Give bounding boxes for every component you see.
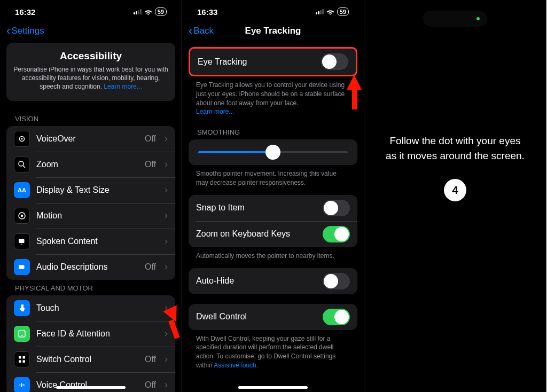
cell-value: Off [145,134,156,144]
accessibility-intro-card: Accessibility Personalise iPhone in ways… [6,43,175,101]
svg-rect-18 [25,385,26,386]
status-bar: 16:32 59 [0,0,182,21]
display-text-size-cell[interactable]: AA Display & Text Size › [6,177,175,203]
cell-label: Face ID & Attention [36,329,158,339]
cell-label: Dwell Control [196,312,316,322]
cell-value: Off [145,355,156,364]
cell-value: Off [145,262,156,272]
nav-bar: ‹ Settings [0,21,182,43]
chevron-right-icon: › [165,159,168,170]
cellular-icon [316,9,324,14]
audio-descriptions-icon [14,259,30,275]
svg-rect-13 [19,360,21,363]
eye-tracking-settings-screen: 16:33 59 ‹ Back Eye Tracking Eye Trackin… [182,0,364,392]
chevron-right-icon: › [165,354,168,365]
cell-label: Snap to Item [196,203,316,213]
chevron-left-icon: ‹ [6,25,10,37]
zoom-keys-toggle[interactable] [323,226,350,242]
status-time: 16:32 [15,7,35,17]
cell-label: Touch [36,303,158,313]
cell-value: Off [145,380,156,390]
svg-point-9 [20,332,21,333]
cell-label: Spoken Content [36,237,158,246]
status-time: 16:33 [197,7,217,17]
snap-to-item-cell[interactable]: Snap to Item [189,195,357,221]
dwell-control-cell[interactable]: Dwell Control [189,304,357,330]
cell-value: Off [145,160,156,169]
dwell-description: With Dwell Control, keeping your gaze st… [182,330,364,378]
voice-control-icon [14,377,30,392]
switch-control-cell[interactable]: Switch Control Off › [6,347,175,372]
section-header-physical: PHYSICAL AND MOTOR [0,280,182,295]
status-icons: 59 [316,7,349,16]
smoothing-slider-cell [189,139,357,165]
eye-tracking-description: Eye Tracking allows you to control your … [182,76,364,124]
assistivetouch-link[interactable]: AssistiveTouch [214,362,256,369]
cell-label: Zoom on Keyboard Keys [196,229,316,239]
countdown-value: 4 [452,184,458,197]
cell-label: Motion [36,211,158,221]
smoothing-slider[interactable] [198,151,348,153]
voiceover-cell[interactable]: VoiceOver Off › [6,126,175,152]
motion-icon [14,208,30,224]
svg-rect-7 [19,265,25,269]
zoom-cell[interactable]: Zoom Off › [6,152,175,177]
snap-toggle[interactable] [323,200,350,216]
wifi-icon [326,9,334,15]
chevron-right-icon: › [165,210,168,221]
auto-hide-toggle[interactable] [323,273,350,289]
motion-cell[interactable]: Motion › [6,203,175,229]
home-indicator[interactable] [238,386,308,389]
chevron-right-icon: › [165,184,168,195]
chevron-right-icon: › [165,261,168,272]
dwell-control-group: Dwell Control [189,304,357,330]
eye-tracking-toggle-cell[interactable]: Eye Tracking [190,49,356,75]
cell-label: VoiceOver [36,134,138,144]
dwell-toggle[interactable] [323,309,350,325]
back-label: Settings [11,26,44,36]
eye-tracking-toggle[interactable] [321,53,348,70]
learn-more-link[interactable]: Learn more... [104,83,142,90]
slider-knob[interactable] [265,145,280,160]
home-indicator[interactable] [56,386,126,389]
faceid-cell[interactable]: Face ID & Attention › [6,321,175,347]
snap-zoom-group: Snap to Item Zoom on Keyboard Keys [189,195,357,247]
physical-motor-group: Touch › Face ID & Attention › Switch Con… [6,295,175,392]
audio-descriptions-cell[interactable]: Audio Descriptions Off › [6,254,175,280]
spoken-content-icon [14,233,30,249]
cell-label: Display & Text Size [36,185,158,195]
voice-control-cell[interactable]: Voice Control Off › [6,372,175,392]
faceid-icon [14,326,30,342]
section-header-smoothing: SMOOTHING [182,124,364,139]
nav-title: Eye Tracking [245,26,301,36]
svg-rect-16 [21,383,22,387]
cell-label: Zoom [36,160,138,169]
status-icons: 59 [134,7,167,16]
chevron-left-icon: ‹ [189,25,192,37]
cell-label: Eye Tracking [198,57,315,67]
back-button[interactable]: ‹ Back [189,25,214,37]
auto-hide-cell[interactable]: Auto-Hide [189,268,357,294]
svg-line-3 [23,166,25,168]
status-bar: 16:33 59 [182,0,364,21]
zoom-keyboard-cell[interactable]: Zoom on Keyboard Keys [189,221,357,247]
spoken-content-cell[interactable]: Spoken Content › [6,229,175,254]
svg-rect-17 [23,383,24,386]
page-title: Accessibility [12,50,170,62]
cell-label: Auto-Hide [196,276,316,286]
intro-description: Personalise iPhone in ways that work bes… [12,65,170,91]
cellular-icon [134,9,142,14]
back-button[interactable]: ‹ Settings [6,25,44,37]
svg-rect-12 [23,356,26,359]
svg-rect-11 [19,356,21,359]
auto-hide-group: Auto-Hide [189,268,357,294]
svg-rect-6 [19,239,25,243]
cell-label: Audio Descriptions [36,262,138,272]
accessibility-settings-screen: 16:32 59 ‹ Settings Accessibility Person… [0,0,182,392]
chevron-right-icon: › [165,328,168,339]
svg-point-1 [21,138,23,139]
learn-more-link[interactable]: Learn more... [196,108,234,115]
svg-rect-14 [23,360,26,363]
touch-cell[interactable]: Touch › [6,295,175,321]
battery-icon: 59 [337,7,349,16]
